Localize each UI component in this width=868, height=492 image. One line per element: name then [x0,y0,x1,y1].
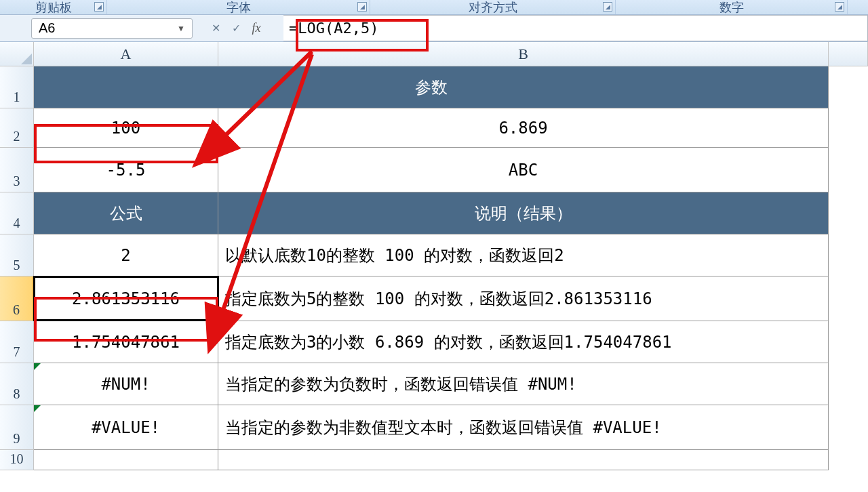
cell[interactable]: 当指定的参数为非数值型文本时，函数返回错误值 #VALUE! [218,405,829,449]
cell[interactable]: 2 [34,234,218,276]
row-header[interactable]: 9 [0,405,34,450]
dialog-launcher-icon[interactable]: ◢ [603,2,612,12]
ribbon-group-number: 数字 ◢ [616,0,848,14]
table-row: #NUM!当指定的参数为负数时，函数返回错误值 #NUM! [34,363,829,405]
table-row: 2以默认底数10的整数 100 的对数，函数返回2 [34,234,829,276]
ribbon-group-label: 字体 [226,0,251,16]
column-header-B[interactable]: B [218,42,829,66]
table-row: #VALUE!当指定的参数为非数值型文本时，函数返回错误值 #VALUE! [34,405,829,450]
dialog-launcher-icon[interactable]: ◢ [357,2,367,12]
formula-bar-row: A6 ▼ ✕ ✓ fx =LOG(A2,5) [0,15,868,42]
table-row: 1006.869 [34,108,829,148]
row-header[interactable]: 3 [0,148,34,192]
table-row: 公式说明（结果） [34,192,829,234]
grid-body: 12345678910 参数1006.869-5.5ABC公式说明（结果）2以默… [0,66,868,470]
row-header[interactable]: 1 [0,66,34,108]
row-header[interactable]: 6 [0,276,34,321]
ribbon-group-font: 字体 ◢ [107,0,370,14]
cell[interactable]: 说明（结果） [218,192,829,234]
error-indicator-icon [34,405,41,412]
formula-text: =LOG(A2,5) [289,20,378,37]
ribbon-group-label: 对齐方式 [469,0,517,16]
column-headers: A B [0,42,868,66]
row-header[interactable]: 10 [0,450,34,470]
formula-input[interactable]: =LOG(A2,5) [283,15,868,41]
dialog-launcher-icon[interactable]: ◢ [835,2,844,12]
ribbon-group-labels: 剪贴板 ◢ 字体 ◢ 对齐方式 ◢ 数字 ◢ [0,0,868,15]
cell[interactable]: ABC [218,148,829,192]
cell[interactable]: 1.754047861 [34,321,218,363]
table-row: 2.861353116指定底数为5的整数 100 的对数，函数返回2.86135… [34,276,829,321]
cell[interactable]: 指定底数为5的整数 100 的对数，函数返回2.861353116 [218,276,829,321]
svg-marker-0 [21,54,32,64]
table-row: 参数 [34,66,829,108]
select-all-corner[interactable] [0,42,34,66]
ribbon-group-label: 剪贴板 [35,0,72,16]
cell[interactable]: 6.869 [218,108,829,147]
table-row: 1.754047861指定底数为3的小数 6.869 的对数，函数返回1.754… [34,321,829,363]
dialog-launcher-icon[interactable]: ◢ [94,2,104,12]
cell[interactable]: #VALUE! [34,405,218,449]
cell[interactable] [218,450,829,470]
error-indicator-icon [34,363,41,370]
ribbon-group-label: 数字 [719,0,744,16]
chevron-down-icon[interactable]: ▼ [177,24,185,33]
cell[interactable]: 公式 [34,192,218,234]
table-row [34,450,829,470]
table-row: -5.5ABC [34,148,829,192]
ribbon-group-alignment: 对齐方式 ◢ [370,0,616,14]
row-header[interactable]: 4 [0,192,34,234]
cell[interactable]: -5.5 [34,148,218,192]
cancel-formula-icon[interactable]: ✕ [208,20,224,37]
cell[interactable]: #NUM! [34,363,218,405]
row-header[interactable]: 5 [0,234,34,276]
name-box[interactable]: A6 ▼ [31,18,193,39]
row-header[interactable]: 7 [0,321,34,363]
fill-handle[interactable] [216,319,221,324]
cell[interactable]: 2.861353116 [34,276,218,321]
row-headers: 12345678910 [0,66,34,470]
column-header-A[interactable]: A [34,42,218,66]
cell[interactable]: 指定底数为3的小数 6.869 的对数，函数返回1.754047861 [218,321,829,363]
fx-icon[interactable]: fx [248,20,264,37]
name-box-value: A6 [39,20,55,36]
cell[interactable]: 当指定的参数为负数时，函数返回错误值 #NUM! [218,363,829,405]
cell[interactable] [34,450,218,470]
merged-header-cell[interactable]: 参数 [34,66,829,108]
row-header[interactable]: 8 [0,363,34,405]
cell[interactable]: 以默认底数10的整数 100 的对数，函数返回2 [218,234,829,276]
column-header-empty[interactable] [829,42,868,66]
row-header[interactable]: 2 [0,108,34,148]
cells-area[interactable]: 参数1006.869-5.5ABC公式说明（结果）2以默认底数10的整数 100… [34,66,829,470]
cell[interactable]: 100 [34,108,218,147]
enter-formula-icon[interactable]: ✓ [228,20,244,37]
ribbon-group-clipboard: 剪贴板 ◢ [0,0,107,14]
